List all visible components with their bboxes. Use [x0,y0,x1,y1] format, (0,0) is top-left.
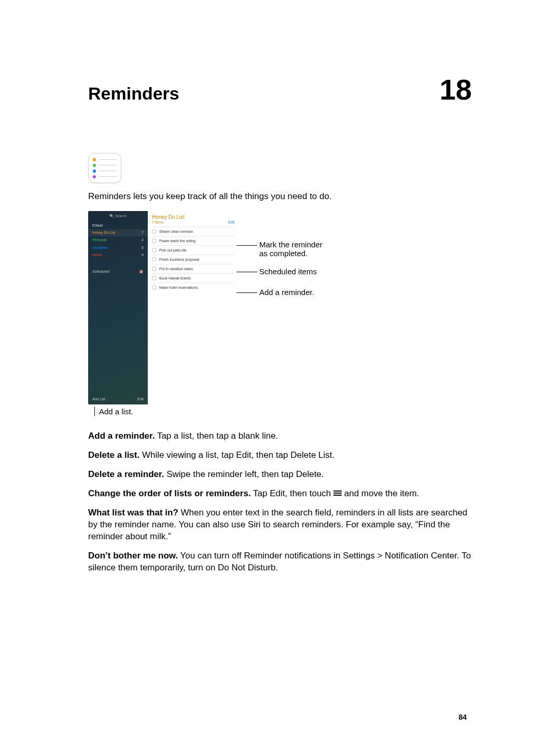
reminder-row[interactable]: Make hotel reservations [152,283,234,292]
items-count: 7 items [152,220,164,225]
sidebar-scheduled[interactable]: Scheduled ⏰ [88,268,148,275]
complete-circle-icon[interactable] [152,285,157,290]
reminder-text: Finish business proposal [159,258,199,262]
list-edit-button[interactable]: Edit [228,220,234,225]
complete-circle-icon[interactable] [152,248,157,253]
p2-text: While viewing a list, tap Edit, then tap… [139,450,334,460]
search-placeholder: Search [115,214,127,218]
sidebar-list-name: Home [92,253,102,257]
reminder-text: Put in vacation dates [159,267,193,271]
sidebar-list-honey[interactable]: Honey Do List 7 [88,229,148,236]
p3-lead: Delete a reminder. [88,469,164,479]
sidebar-edit-button[interactable]: Edit [137,397,144,401]
reminder-row[interactable]: Book Hawaii tickets [152,273,234,283]
p5-lead: What list was that in? [88,508,178,517]
list-title: Honey Do List [152,214,234,220]
sidebar-list-name: Groceries [92,246,108,250]
p1-lead: Add a reminder. [88,431,155,441]
complete-circle-icon[interactable] [152,257,157,262]
reminder-row[interactable]: Power wash the siding [152,236,234,245]
reminder-text: Steam clean minivan [159,230,193,234]
sidebar-list-name: Honey Do List [92,231,115,235]
p4-text-a: Tap Edit, then touch [251,488,333,498]
clock-icon: ⏰ [139,270,144,274]
callout-mark-completed: Mark the reminder as completed. [259,240,323,258]
sidebar-list-name: Personal [92,238,107,242]
reminder-text: Power wash the siding [159,239,195,243]
page-number: 84 [458,713,467,721]
search-field[interactable]: 🔍 Search [92,214,144,218]
sidebar-list-home[interactable]: Home 0 [88,251,148,259]
reminder-text: Book Hawaii tickets [159,276,191,281]
reminders-app-icon [88,153,121,183]
complete-circle-icon[interactable] [152,239,157,243]
chapter-title: Reminders [88,83,179,104]
sidebar-list-count: 0 [142,246,144,250]
p2-lead: Delete a list. [88,450,139,460]
sidebar-list-count: 2 [142,238,144,242]
callout-add-reminder: Add a reminder. [259,288,314,297]
sidebar-list-personal[interactable]: Personal 2 [88,236,148,244]
complete-circle-icon[interactable] [152,267,157,271]
add-list-button[interactable]: Add List [92,397,105,401]
reminder-text: Make hotel reservations [159,286,198,290]
intro-text: Reminders lets you keep track of all the… [88,191,472,202]
chapter-number: 18 [440,73,472,106]
sidebar-list-count: 7 [142,231,144,235]
account-label: iCloud [88,221,148,229]
p6-lead: Don’t bother me now. [88,551,178,561]
reminder-row[interactable]: Put in vacation dates [152,264,234,273]
p1-text: Tap a list, then tap a blank line. [155,431,278,441]
reminder-row[interactable]: Pick out patio tile [152,245,234,255]
p3-text: Swipe the reminder left, then tap Delete… [164,469,324,479]
scheduled-label: Scheduled [92,270,109,274]
callout-scheduled: Scheduled items [259,267,317,276]
sidebar-list-count: 0 [142,253,144,257]
p4-lead: Change the order of lists or reminders. [88,488,251,498]
reminder-text: Pick out patio tile [159,248,187,253]
body-text: Add a reminder. Tap a list, then tap a b… [88,430,472,573]
p4-text-c: and move the item. [342,488,419,498]
drag-handle-icon [333,491,342,496]
complete-circle-icon[interactable] [152,229,157,234]
reminder-row[interactable]: Steam clean minivan [152,227,234,236]
reminder-row[interactable]: Finish business proposal [152,255,234,264]
reminders-screenshot: 🔍 Search iCloud Honey Do List 7 Personal… [88,211,239,404]
complete-circle-icon[interactable] [152,276,157,281]
sidebar-list-groceries[interactable]: Groceries 0 [88,244,148,251]
callout-add-list: Add a list. [94,407,472,416]
